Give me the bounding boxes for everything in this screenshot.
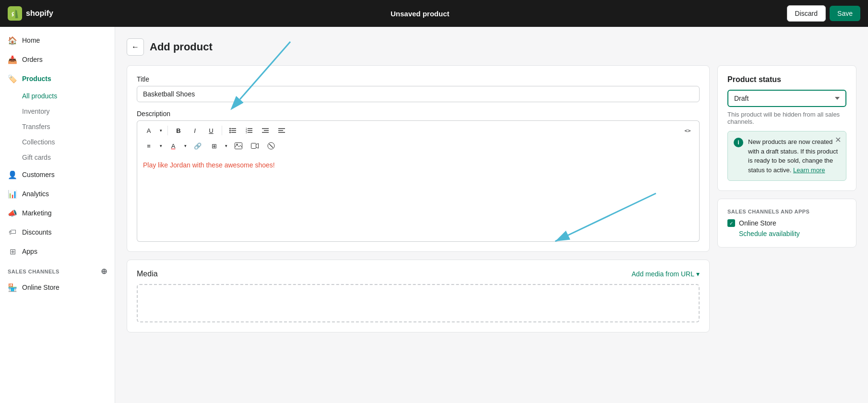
sidebar-analytics-label: Analytics bbox=[22, 190, 49, 198]
shopify-logo: shopify bbox=[8, 6, 53, 21]
clear-format-btn[interactable] bbox=[263, 139, 279, 153]
link-btn[interactable]: 🔗 bbox=[190, 139, 205, 153]
svg-line-26 bbox=[555, 193, 656, 241]
info-text: New products are now created with a draf… bbox=[748, 137, 840, 175]
products-icon: 🏷️ bbox=[8, 74, 17, 83]
sidebar-item-customers[interactable]: 👤 Customers bbox=[0, 165, 115, 184]
title-input[interactable] bbox=[137, 86, 700, 102]
image-btn[interactable] bbox=[231, 139, 246, 153]
sales-channels-label: SALES CHANNELS bbox=[8, 269, 59, 274]
sidebar-item-home[interactable]: 🏠 Home bbox=[0, 31, 115, 50]
align-dropdown-icon[interactable]: ▾ bbox=[157, 139, 165, 153]
align-btn-group[interactable]: ≡ ▾ bbox=[141, 139, 165, 153]
align-btn[interactable]: ≡ bbox=[141, 139, 156, 153]
discard-button[interactable]: Discard bbox=[787, 5, 826, 22]
sidebar-item-online-store[interactable]: 🏪 Online Store bbox=[0, 278, 115, 297]
media-dropzone[interactable] bbox=[137, 284, 700, 322]
sales-channels-section-title: SALES CHANNELS AND APPS bbox=[727, 209, 846, 214]
sidebar-item-orders[interactable]: 📥 Orders bbox=[0, 50, 115, 69]
svg-line-24 bbox=[269, 144, 273, 148]
color-btn-group[interactable]: A ▾ bbox=[166, 139, 189, 153]
svg-point-5 bbox=[229, 128, 231, 130]
online-store-channel-row: ✓ Online Store bbox=[727, 219, 846, 227]
svg-point-6 bbox=[229, 130, 231, 131]
sidebar-discounts-label: Discounts bbox=[22, 228, 51, 236]
add-media-label: Add media from URL bbox=[631, 270, 694, 278]
sidebar-orders-label: Orders bbox=[22, 56, 43, 63]
table-btn[interactable]: ⊞ bbox=[206, 139, 222, 153]
indent-btn[interactable] bbox=[258, 124, 273, 137]
outdent-btn[interactable] bbox=[274, 124, 289, 137]
checkbox-check-icon: ✓ bbox=[729, 221, 733, 226]
title-label: Title bbox=[137, 75, 700, 83]
sidebar-home-label: Home bbox=[22, 36, 40, 44]
toolbar-row-1: A ▾ B I U 123 bbox=[141, 124, 695, 137]
info-banner: i New products are now created with a dr… bbox=[727, 131, 846, 181]
add-media-button[interactable]: Add media from URL ▾ bbox=[631, 270, 700, 278]
code-btn[interactable]: <> bbox=[680, 124, 695, 137]
font-size-btn-group[interactable]: A ▾ bbox=[141, 124, 165, 137]
media-label: Media bbox=[137, 270, 158, 278]
sidebar-apps-label: Apps bbox=[22, 248, 37, 255]
back-button[interactable]: ← bbox=[127, 38, 144, 56]
analytics-icon: 📊 bbox=[8, 189, 17, 199]
description-label: Description bbox=[137, 110, 700, 118]
sidebar-column: Product status Draft Active This product… bbox=[717, 65, 856, 248]
underline-btn[interactable]: U bbox=[203, 124, 219, 137]
main-layout: 🏠 Home 📥 Orders 🏷️ Products All products… bbox=[0, 27, 868, 403]
table-btn-group[interactable]: ⊞ ▾ bbox=[206, 139, 230, 153]
italic-btn[interactable]: I bbox=[187, 124, 202, 137]
status-select[interactable]: Draft Active bbox=[727, 90, 846, 107]
color-dropdown-icon[interactable]: ▾ bbox=[181, 139, 189, 153]
svg-text:3: 3 bbox=[246, 131, 247, 133]
page-header: ← Add product bbox=[127, 38, 856, 56]
content-columns: Title Description A ▾ B I bbox=[127, 65, 856, 332]
ol-btn[interactable]: 123 bbox=[241, 124, 257, 137]
sidebar-item-discounts[interactable]: 🏷 Discounts bbox=[0, 223, 115, 242]
back-icon: ← bbox=[131, 43, 139, 51]
product-status-title: Product status bbox=[727, 75, 846, 84]
toolbar-row-2: ≡ ▾ A ▾ 🔗 ⊞ ▾ bbox=[141, 139, 695, 153]
sidebar-item-transfers[interactable]: Transfers bbox=[0, 119, 115, 134]
description-content: Play like Jordan with these awesome shoe… bbox=[143, 161, 275, 169]
nav-page-title: Unsaved product bbox=[61, 10, 779, 18]
sidebar-item-all-products[interactable]: All products bbox=[0, 88, 115, 104]
sidebar-item-marketing[interactable]: 📣 Marketing bbox=[0, 203, 115, 223]
save-button[interactable]: Save bbox=[830, 6, 860, 21]
add-sales-channel-icon[interactable]: ⊕ bbox=[101, 267, 107, 276]
font-btn[interactable]: A bbox=[141, 124, 156, 137]
sidebar-item-inventory[interactable]: Inventory bbox=[0, 104, 115, 119]
editor-body[interactable]: Play like Jordan with these awesome shoe… bbox=[137, 155, 700, 242]
marketing-icon: 📣 bbox=[8, 208, 17, 218]
font-dropdown-icon[interactable]: ▾ bbox=[157, 124, 165, 137]
text-color-btn[interactable]: A bbox=[166, 139, 181, 153]
sidebar-item-apps[interactable]: ⊞ Apps bbox=[0, 242, 115, 261]
logo-text: shopify bbox=[26, 9, 53, 18]
main-content: ← Add product bbox=[115, 27, 868, 403]
toolbar-divider-1 bbox=[167, 126, 168, 135]
video-btn[interactable] bbox=[247, 139, 262, 153]
toolbar-divider-2 bbox=[222, 126, 222, 135]
sidebar: 🏠 Home 📥 Orders 🏷️ Products All products… bbox=[0, 27, 115, 403]
sidebar-item-collections[interactable]: Collections bbox=[0, 134, 115, 150]
orders-icon: 📥 bbox=[8, 55, 17, 64]
nav-actions: Discard Save bbox=[787, 5, 860, 22]
online-store-channel-label: Online Store bbox=[739, 219, 776, 227]
ul-btn[interactable] bbox=[225, 124, 240, 137]
sales-channels-section: SALES CHANNELS ⊕ bbox=[0, 261, 115, 278]
sidebar-item-gift-cards[interactable]: Gift cards bbox=[0, 150, 115, 165]
product-info-card: Title Description A ▾ B I bbox=[127, 65, 710, 252]
learn-more-link[interactable]: Learn more bbox=[793, 166, 825, 174]
close-banner-button[interactable]: ✕ bbox=[835, 135, 841, 144]
status-hint: This product will be hidden from all sal… bbox=[727, 111, 846, 125]
table-dropdown-icon[interactable]: ▾ bbox=[222, 139, 230, 153]
sidebar-item-analytics[interactable]: 📊 Analytics bbox=[0, 184, 115, 203]
schedule-availability-link[interactable]: Schedule availability bbox=[727, 230, 846, 237]
product-status-card: Product status Draft Active This product… bbox=[717, 65, 856, 191]
svg-rect-22 bbox=[251, 143, 256, 149]
editor-toolbar: A ▾ B I U 123 bbox=[137, 120, 700, 155]
online-store-checkbox[interactable]: ✓ bbox=[727, 219, 735, 227]
bold-btn[interactable]: B bbox=[171, 124, 186, 137]
online-store-icon: 🏪 bbox=[8, 283, 17, 292]
sidebar-item-products[interactable]: 🏷️ Products bbox=[0, 69, 115, 88]
